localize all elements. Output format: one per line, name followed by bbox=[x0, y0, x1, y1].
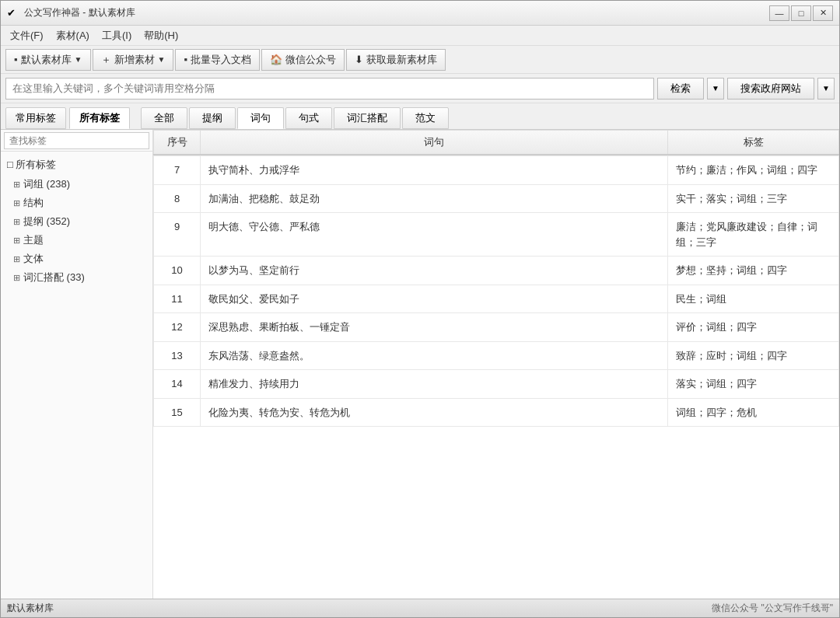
download-icon: ⬇ bbox=[355, 54, 363, 65]
maximize-button[interactable]: □ bbox=[791, 5, 811, 21]
cell-num: 8 bbox=[154, 184, 201, 213]
search-gov-button[interactable]: 搜索政府网站 bbox=[727, 78, 814, 100]
tab-all-tags[interactable]: 所有标签 bbox=[69, 107, 130, 129]
cell-num: 15 bbox=[154, 398, 201, 427]
tab-phrase[interactable]: 词句 bbox=[237, 107, 284, 129]
expand-icon3: ⊞ bbox=[13, 217, 20, 227]
cell-phrase: 深思熟虑、果断拍板、一锤定音 bbox=[201, 313, 668, 342]
menu-bar: 文件(F) 素材(A) 工具(I) 帮助(H) bbox=[1, 26, 839, 46]
expand-icon6: ⊞ bbox=[13, 273, 20, 283]
cell-phrase: 东风浩荡、绿意盎然。 bbox=[201, 341, 668, 370]
dropdown-arrow-icon: ▼ bbox=[75, 55, 82, 64]
tree-root-item[interactable]: □ 所有标签 bbox=[1, 155, 152, 175]
tab-sample[interactable]: 范文 bbox=[402, 107, 449, 129]
minimize-button[interactable]: — bbox=[769, 5, 789, 21]
cell-num: 13 bbox=[154, 341, 201, 370]
cell-num: 10 bbox=[154, 257, 201, 285]
menu-tools[interactable]: 工具(I) bbox=[96, 26, 138, 45]
toolbar-wechat[interactable]: 🏠 微信公众号 bbox=[261, 49, 345, 71]
import-icon: ▪ bbox=[184, 54, 187, 65]
expand-icon: ⊞ bbox=[13, 180, 20, 190]
tag-search-input[interactable] bbox=[4, 132, 149, 149]
col-header-num: 序号 bbox=[154, 131, 201, 155]
tab-outline[interactable]: 提纲 bbox=[189, 107, 236, 129]
cell-tag: 节约；廉洁；作风；词组；四字 bbox=[668, 156, 839, 185]
tree-item-jieGou[interactable]: ⊞ 结构 bbox=[1, 194, 152, 212]
toolbar: ▪ 默认素材库 ▼ ＋ 新增素材 ▼ ▪ 批量导入文档 🏠 微信公众号 ⬇ 获取… bbox=[1, 46, 839, 74]
title-bar: ✔ 公文写作神器 - 默认素材库 — □ ✕ bbox=[1, 1, 839, 26]
cell-num: 7 bbox=[154, 156, 201, 185]
table-row[interactable]: 8 加满油、把稳舵、鼓足劲 实干；落实；词组；三字 bbox=[154, 184, 839, 213]
cell-num: 11 bbox=[154, 285, 201, 313]
tab-collocation[interactable]: 词汇搭配 bbox=[334, 107, 401, 129]
col-header-tag: 标签 bbox=[668, 131, 839, 155]
cell-tag: 评价；词组；四字 bbox=[668, 313, 839, 342]
window-title: 公文写作神器 - 默认素材库 bbox=[24, 6, 769, 19]
status-left: 默认素材库 bbox=[7, 602, 54, 615]
search-dropdown-btn[interactable]: ▼ bbox=[707, 78, 724, 100]
app-icon: ✔ bbox=[7, 7, 19, 19]
menu-file[interactable]: 文件(F) bbox=[4, 26, 50, 45]
table-row[interactable]: 14 精准发力、持续用力 落实；词组；四字 bbox=[154, 370, 839, 399]
sidebar-search-area bbox=[1, 130, 152, 152]
cell-tag: 实干；落实；词组；三字 bbox=[668, 184, 839, 213]
cell-phrase: 敬民如父、爱民如子 bbox=[201, 285, 668, 313]
menu-material[interactable]: 素材(A) bbox=[50, 26, 96, 45]
main-body: □ 所有标签 ⊞ 词组 (238) ⊞ 结构 ⊞ 提纲 (352) bbox=[1, 130, 839, 599]
tree-item-wenTi[interactable]: ⊞ 文体 bbox=[1, 250, 152, 268]
toolbar-default-library[interactable]: ▪ 默认素材库 ▼ bbox=[5, 49, 91, 71]
tab-common-tags[interactable]: 常用标签 bbox=[5, 107, 66, 129]
table-area: 序号 词句 标签 7 bbox=[153, 130, 839, 599]
expand-icon5: ⊞ bbox=[13, 254, 20, 264]
cell-phrase: 明大德、守公德、严私德 bbox=[201, 213, 668, 257]
expand-icon4: ⊞ bbox=[13, 236, 20, 246]
table-row[interactable]: 12 深思熟虑、果断拍板、一锤定音 评价；词组；四字 bbox=[154, 313, 839, 342]
table-header-row: 序号 词句 标签 bbox=[154, 131, 839, 155]
toolbar-batch-import[interactable]: ▪ 批量导入文档 bbox=[175, 49, 260, 71]
tab-pattern[interactable]: 句式 bbox=[285, 107, 332, 129]
sidebar: □ 所有标签 ⊞ 词组 (238) ⊞ 结构 ⊞ 提纲 (352) bbox=[1, 130, 153, 599]
cell-phrase: 加满油、把稳舵、鼓足劲 bbox=[201, 184, 668, 213]
cell-tag: 梦想；坚持；词组；四字 bbox=[668, 257, 839, 285]
search-gov-dropdown-btn[interactable]: ▼ bbox=[817, 78, 835, 100]
tabs-row: 常用标签 所有标签 全部 提纲 词句 句式 词汇搭配 范文 bbox=[1, 103, 839, 130]
cell-tag: 落实；词组；四字 bbox=[668, 370, 839, 399]
tree-item-ciHuiDaPei[interactable]: ⊞ 词汇搭配 (33) bbox=[1, 268, 152, 287]
tree-item-tiGang[interactable]: ⊞ 提纲 (352) bbox=[1, 212, 152, 231]
toolbar-get-latest[interactable]: ⬇ 获取最新素材库 bbox=[346, 49, 446, 71]
tag-group: 常用标签 所有标签 bbox=[5, 107, 130, 129]
close-button[interactable]: ✕ bbox=[813, 5, 833, 21]
tree-item-ciZu[interactable]: ⊞ 词组 (238) bbox=[1, 175, 152, 194]
cell-phrase: 精准发力、持续用力 bbox=[201, 370, 668, 399]
tree-item-zhuTi[interactable]: ⊞ 主题 bbox=[1, 231, 152, 250]
search-button[interactable]: 检索 bbox=[657, 78, 704, 100]
cell-tag: 民生；词组 bbox=[668, 285, 839, 313]
cell-num: 14 bbox=[154, 370, 201, 399]
table-row[interactable]: 11 敬民如父、爱民如子 民生；词组 bbox=[154, 285, 839, 313]
menu-help[interactable]: 帮助(H) bbox=[138, 26, 184, 45]
expand-icon2: ⊞ bbox=[13, 198, 20, 208]
search-input[interactable] bbox=[5, 78, 654, 100]
data-table: 序号 词句 标签 bbox=[153, 130, 839, 155]
home-icon: 🏠 bbox=[270, 54, 282, 65]
table-row[interactable]: 15 化险为夷、转危为安、转危为机 词组；四字；危机 bbox=[154, 398, 839, 427]
content-area: 常用标签 所有标签 全部 提纲 词句 句式 词汇搭配 范文 □ 所有标签 bbox=[1, 103, 839, 599]
col-header-phrase: 词句 bbox=[201, 131, 668, 155]
table-row[interactable]: 9 明大德、守公德、严私德 廉洁；党风廉政建设；自律；词组；三字 bbox=[154, 213, 839, 257]
library-icon: ▪ bbox=[14, 54, 18, 65]
status-bar: 默认素材库 微信公众号 "公文写作千线哥" bbox=[1, 599, 839, 617]
tree-expand-icon: □ bbox=[7, 159, 16, 170]
cell-phrase: 以梦为马、坚定前行 bbox=[201, 257, 668, 285]
cell-phrase: 执守简朴、力戒浮华 bbox=[201, 156, 668, 185]
table-row[interactable]: 13 东风浩荡、绿意盎然。 致辞；应时；词组；四字 bbox=[154, 341, 839, 370]
cell-num: 9 bbox=[154, 213, 201, 257]
cell-tag: 致辞；应时；词组；四字 bbox=[668, 341, 839, 370]
toolbar-add-material[interactable]: ＋ 新增素材 ▼ bbox=[93, 49, 174, 71]
table-row[interactable]: 10 以梦为马、坚定前行 梦想；坚持；词组；四字 bbox=[154, 257, 839, 285]
cell-num: 12 bbox=[154, 313, 201, 342]
add-icon: ＋ bbox=[101, 53, 111, 67]
tab-all[interactable]: 全部 bbox=[141, 107, 187, 129]
tag-tree: □ 所有标签 ⊞ 词组 (238) ⊞ 结构 ⊞ 提纲 (352) bbox=[1, 152, 152, 599]
table-scroll-area[interactable]: 7 执守简朴、力戒浮华 节约；廉洁；作风；词组；四字 8 加满油、把稳舵、鼓足劲… bbox=[153, 155, 839, 599]
table-row[interactable]: 7 执守简朴、力戒浮华 节约；廉洁；作风；词组；四字 bbox=[154, 156, 839, 185]
